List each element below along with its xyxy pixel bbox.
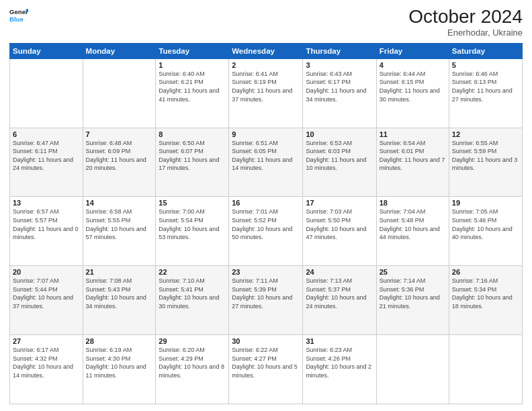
calendar-week-row: 20Sunrise: 7:07 AM Sunset: 5:44 PM Dayli…: [10, 266, 523, 335]
table-row: 29Sunrise: 6:20 AM Sunset: 4:29 PM Dayli…: [156, 335, 229, 404]
day-info: Sunrise: 6:55 AM Sunset: 5:59 PM Dayligh…: [452, 139, 519, 173]
table-row: 11Sunrise: 6:54 AM Sunset: 6:01 PM Dayli…: [376, 128, 449, 197]
calendar-week-row: 27Sunrise: 6:17 AM Sunset: 4:32 PM Dayli…: [10, 335, 523, 404]
table-row: 27Sunrise: 6:17 AM Sunset: 4:32 PM Dayli…: [10, 335, 83, 404]
table-row: 16Sunrise: 7:01 AM Sunset: 5:52 PM Dayli…: [229, 197, 303, 266]
table-row: 15Sunrise: 7:00 AM Sunset: 5:54 PM Dayli…: [156, 197, 229, 266]
table-row: 1Sunrise: 6:40 AM Sunset: 6:21 PM Daylig…: [156, 58, 229, 128]
table-row: 17Sunrise: 7:03 AM Sunset: 5:50 PM Dayli…: [303, 197, 376, 266]
table-row: [10, 58, 83, 128]
table-row: [376, 335, 449, 404]
table-row: 30Sunrise: 6:22 AM Sunset: 4:27 PM Dayli…: [229, 335, 303, 404]
day-number: 1: [159, 61, 226, 69]
table-row: 4Sunrise: 6:44 AM Sunset: 6:15 PM Daylig…: [376, 58, 449, 128]
calendar-table: Sunday Monday Tuesday Wednesday Thursday…: [9, 43, 523, 404]
day-number: 2: [232, 61, 300, 69]
calendar-week-row: 1Sunrise: 6:40 AM Sunset: 6:21 PM Daylig…: [10, 58, 523, 128]
calendar-header-row: Sunday Monday Tuesday Wednesday Thursday…: [10, 43, 523, 58]
title-area: October 2024 Enerhodar, Ukraine: [408, 7, 523, 38]
table-row: 12Sunrise: 6:55 AM Sunset: 5:59 PM Dayli…: [449, 128, 522, 197]
day-number: 4: [380, 61, 446, 69]
table-row: 5Sunrise: 6:46 AM Sunset: 6:13 PM Daylig…: [449, 58, 522, 128]
header: General Blue October 2024 Enerhodar, Ukr…: [9, 7, 523, 38]
day-number: 10: [306, 130, 373, 138]
day-number: 3: [306, 61, 373, 69]
table-row: 7Sunrise: 6:48 AM Sunset: 6:09 PM Daylig…: [83, 128, 156, 197]
logo: General Blue: [9, 7, 28, 26]
day-number: 26: [452, 268, 519, 276]
table-row: 14Sunrise: 6:58 AM Sunset: 5:55 PM Dayli…: [83, 197, 156, 266]
day-info: Sunrise: 6:51 AM Sunset: 6:05 PM Dayligh…: [232, 139, 300, 173]
day-info: Sunrise: 6:41 AM Sunset: 6:19 PM Dayligh…: [232, 70, 300, 103]
day-info: Sunrise: 7:00 AM Sunset: 5:54 PM Dayligh…: [159, 208, 226, 241]
month-title: October 2024: [408, 7, 523, 28]
day-info: Sunrise: 7:13 AM Sunset: 5:37 PM Dayligh…: [306, 277, 373, 310]
day-info: Sunrise: 7:01 AM Sunset: 5:52 PM Dayligh…: [232, 208, 300, 241]
day-info: Sunrise: 6:50 AM Sunset: 6:07 PM Dayligh…: [159, 139, 226, 173]
day-info: Sunrise: 7:11 AM Sunset: 5:39 PM Dayligh…: [232, 277, 300, 310]
col-sunday: Sunday: [10, 43, 83, 58]
day-number: 20: [13, 268, 80, 276]
day-number: 14: [86, 199, 153, 207]
table-row: 13Sunrise: 6:57 AM Sunset: 5:57 PM Dayli…: [10, 197, 83, 266]
day-number: 11: [380, 130, 446, 138]
day-info: Sunrise: 6:22 AM Sunset: 4:27 PM Dayligh…: [232, 346, 300, 379]
table-row: 23Sunrise: 7:11 AM Sunset: 5:39 PM Dayli…: [229, 266, 303, 335]
day-number: 25: [380, 268, 446, 276]
day-number: 5: [452, 61, 519, 69]
location-subtitle: Enerhodar, Ukraine: [408, 28, 523, 38]
table-row: 21Sunrise: 7:08 AM Sunset: 5:43 PM Dayli…: [83, 266, 156, 335]
day-number: 27: [13, 337, 80, 345]
day-number: 19: [452, 199, 519, 207]
table-row: 2Sunrise: 6:41 AM Sunset: 6:19 PM Daylig…: [229, 58, 303, 128]
svg-text:Blue: Blue: [9, 15, 24, 23]
table-row: 28Sunrise: 6:19 AM Sunset: 4:30 PM Dayli…: [83, 335, 156, 404]
table-row: 19Sunrise: 7:05 AM Sunset: 5:46 PM Dayli…: [449, 197, 522, 266]
day-info: Sunrise: 7:05 AM Sunset: 5:46 PM Dayligh…: [452, 208, 519, 241]
day-number: 15: [159, 199, 226, 207]
day-number: 31: [306, 337, 373, 345]
day-info: Sunrise: 6:23 AM Sunset: 4:26 PM Dayligh…: [306, 346, 373, 379]
day-number: 13: [13, 199, 80, 207]
day-info: Sunrise: 7:03 AM Sunset: 5:50 PM Dayligh…: [306, 208, 373, 241]
day-info: Sunrise: 6:54 AM Sunset: 6:01 PM Dayligh…: [380, 139, 446, 173]
table-row: 6Sunrise: 6:47 AM Sunset: 6:11 PM Daylig…: [10, 128, 83, 197]
day-number: 21: [86, 268, 153, 276]
day-info: Sunrise: 6:46 AM Sunset: 6:13 PM Dayligh…: [452, 70, 519, 103]
day-info: Sunrise: 6:48 AM Sunset: 6:09 PM Dayligh…: [86, 139, 153, 173]
table-row: 8Sunrise: 6:50 AM Sunset: 6:07 PM Daylig…: [156, 128, 229, 197]
table-row: 9Sunrise: 6:51 AM Sunset: 6:05 PM Daylig…: [229, 128, 303, 197]
table-row: 31Sunrise: 6:23 AM Sunset: 4:26 PM Dayli…: [303, 335, 376, 404]
day-number: 24: [306, 268, 373, 276]
day-number: 22: [159, 268, 226, 276]
day-number: 7: [86, 130, 153, 138]
day-number: 30: [232, 337, 300, 345]
col-saturday: Saturday: [449, 43, 522, 58]
table-row: 20Sunrise: 7:07 AM Sunset: 5:44 PM Dayli…: [10, 266, 83, 335]
table-row: 3Sunrise: 6:43 AM Sunset: 6:17 PM Daylig…: [303, 58, 376, 128]
day-info: Sunrise: 6:43 AM Sunset: 6:17 PM Dayligh…: [306, 70, 373, 103]
day-info: Sunrise: 7:08 AM Sunset: 5:43 PM Dayligh…: [86, 277, 153, 310]
day-info: Sunrise: 7:04 AM Sunset: 5:48 PM Dayligh…: [380, 208, 446, 241]
col-monday: Monday: [83, 43, 156, 58]
table-row: 18Sunrise: 7:04 AM Sunset: 5:48 PM Dayli…: [376, 197, 449, 266]
day-number: 6: [13, 130, 80, 138]
calendar-week-row: 13Sunrise: 6:57 AM Sunset: 5:57 PM Dayli…: [10, 197, 523, 266]
col-wednesday: Wednesday: [229, 43, 303, 58]
day-info: Sunrise: 6:40 AM Sunset: 6:21 PM Dayligh…: [159, 70, 226, 103]
day-info: Sunrise: 7:10 AM Sunset: 5:41 PM Dayligh…: [159, 277, 226, 310]
svg-text:General: General: [9, 8, 28, 15]
day-number: 29: [159, 337, 226, 345]
day-number: 17: [306, 199, 373, 207]
day-number: 12: [452, 130, 519, 138]
day-info: Sunrise: 6:57 AM Sunset: 5:57 PM Dayligh…: [13, 208, 80, 241]
day-info: Sunrise: 6:53 AM Sunset: 6:03 PM Dayligh…: [306, 139, 373, 173]
col-tuesday: Tuesday: [156, 43, 229, 58]
day-number: 23: [232, 268, 300, 276]
calendar-week-row: 6Sunrise: 6:47 AM Sunset: 6:11 PM Daylig…: [10, 128, 523, 197]
day-info: Sunrise: 6:20 AM Sunset: 4:29 PM Dayligh…: [159, 346, 226, 379]
day-info: Sunrise: 7:14 AM Sunset: 5:36 PM Dayligh…: [380, 277, 446, 310]
table-row: [449, 335, 522, 404]
table-row: 25Sunrise: 7:14 AM Sunset: 5:36 PM Dayli…: [376, 266, 449, 335]
day-info: Sunrise: 6:19 AM Sunset: 4:30 PM Dayligh…: [86, 346, 153, 379]
